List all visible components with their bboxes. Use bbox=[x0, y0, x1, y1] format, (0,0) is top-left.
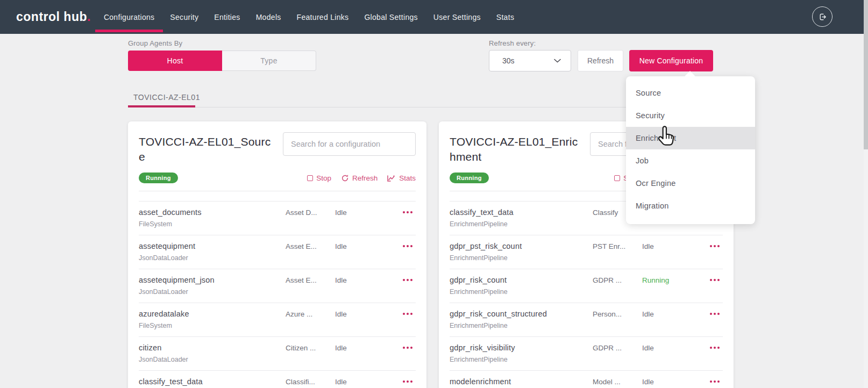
config-type: EnrichmentPipeline bbox=[450, 356, 593, 363]
group-agents-toggle: Host Type bbox=[128, 51, 316, 71]
config-description: Citizen ... bbox=[286, 343, 335, 352]
stop-button[interactable]: Stop bbox=[307, 174, 331, 182]
config-name: assetequipment_json bbox=[139, 276, 286, 284]
config-status: Idle bbox=[642, 343, 697, 352]
config-type: JsonDataLoader bbox=[139, 254, 286, 262]
new-configuration-button[interactable]: New Configuration bbox=[629, 50, 713, 71]
nav-item-user-settings[interactable]: User Settings bbox=[433, 10, 481, 25]
config-row: assetequipment JsonDataLoader Asset E...… bbox=[139, 235, 416, 269]
config-type: FileSystem bbox=[139, 322, 286, 329]
row-menu-button[interactable] bbox=[707, 242, 723, 250]
new-configuration-menu: SourceSecurityEnrichmentJobOcr EngineMig… bbox=[626, 76, 755, 224]
tab-tovicci-az-el01[interactable]: TOVICCI-AZ-EL01 bbox=[133, 93, 200, 102]
menu-item-migration[interactable]: Migration bbox=[626, 195, 755, 217]
config-name: classify_text_data bbox=[450, 208, 593, 217]
config-name-cell: assetequipment_json JsonDataLoader bbox=[139, 276, 286, 296]
row-menu-button[interactable] bbox=[400, 242, 416, 250]
nav-item-models[interactable]: Models bbox=[256, 10, 281, 25]
menu-notch bbox=[685, 71, 695, 82]
menu-item-security[interactable]: Security bbox=[626, 104, 755, 127]
config-row: gdpr_risk_count_structured EnrichmentPip… bbox=[450, 303, 723, 336]
scrollbar-thumb[interactable] bbox=[864, 0, 868, 149]
config-status: Idle bbox=[642, 377, 697, 386]
row-menu-button[interactable] bbox=[707, 343, 723, 352]
logo-text: control hub bbox=[16, 10, 87, 24]
card-header: TOVICCI-AZ-EL01_Source bbox=[139, 132, 416, 164]
config-name-cell: gdpr_pst_risk_count EnrichmentPipeline bbox=[450, 242, 593, 262]
ellipsis-icon bbox=[403, 279, 405, 281]
config-row: gdpr_risk_visibility EnrichmentPipeline … bbox=[450, 336, 723, 370]
nav-item-stats[interactable]: Stats bbox=[496, 10, 514, 25]
config-description: PST Enr... bbox=[593, 242, 642, 250]
config-status: Idle bbox=[335, 242, 390, 250]
status-badge: Running bbox=[139, 173, 178, 183]
nav-item-featured-links[interactable]: Featured Links bbox=[297, 10, 349, 25]
group-by-type-button[interactable]: Type bbox=[222, 51, 316, 71]
stats-icon bbox=[387, 174, 396, 182]
nav-item-label: Stats bbox=[496, 13, 514, 21]
card-source: TOVICCI-AZ-EL01_Source Running Stop Refr… bbox=[128, 121, 426, 388]
scrollbar bbox=[864, 0, 868, 388]
search-input[interactable] bbox=[283, 132, 416, 156]
card-title: TOVICCI-AZ-EL01_Source bbox=[139, 134, 276, 164]
config-description: Asset E... bbox=[286, 276, 335, 284]
stop-label: Stop bbox=[316, 174, 331, 182]
ellipsis-icon bbox=[710, 279, 712, 281]
config-name-cell: gdpr_risk_count_structured EnrichmentPip… bbox=[450, 310, 593, 329]
config-name-cell: gdpr_risk_visibility EnrichmentPipeline bbox=[450, 343, 593, 363]
config-type: EnrichmentPipeline bbox=[450, 322, 593, 329]
refresh-icon bbox=[341, 174, 349, 182]
nav-item-security[interactable]: Security bbox=[170, 10, 198, 25]
config-status: Idle bbox=[642, 310, 697, 318]
group-agents-by-label: Group Agents By bbox=[128, 39, 182, 47]
config-status: Idle bbox=[335, 276, 390, 284]
active-tab-underline bbox=[128, 105, 195, 107]
ellipsis-icon bbox=[403, 211, 405, 213]
config-name-cell: asset_documents FileSystem bbox=[139, 208, 286, 228]
row-menu-button[interactable] bbox=[707, 377, 723, 386]
row-menu-button[interactable] bbox=[400, 343, 416, 352]
ellipsis-icon bbox=[403, 313, 405, 315]
menu-item-source[interactable]: Source bbox=[626, 82, 755, 104]
stats-button[interactable]: Stats bbox=[387, 174, 416, 182]
config-row: citizen JsonDataLoader Citizen ... Idle bbox=[139, 336, 416, 370]
card-actions: Stop Refresh Stats bbox=[307, 174, 416, 182]
menu-item-ocr-engine[interactable]: Ocr Engine bbox=[626, 172, 755, 195]
refresh-button[interactable]: Refresh bbox=[578, 50, 623, 71]
config-description: Azure ... bbox=[286, 310, 335, 318]
config-name-cell: modelenrichment EnrichmentPipeline bbox=[450, 377, 593, 388]
row-menu-button[interactable] bbox=[707, 276, 723, 284]
group-by-host-button[interactable]: Host bbox=[128, 51, 222, 71]
row-menu-button[interactable] bbox=[400, 310, 416, 318]
nav-item-global-settings[interactable]: Global Settings bbox=[364, 10, 417, 25]
config-row: asset_documents FileSystem Asset D... Id… bbox=[139, 201, 416, 235]
config-row: gdpr_pst_risk_count EnrichmentPipeline P… bbox=[450, 235, 723, 269]
config-type: EnrichmentPipeline bbox=[450, 288, 593, 296]
row-menu-button[interactable] bbox=[400, 208, 416, 217]
config-row: modelenrichment EnrichmentPipeline Model… bbox=[450, 370, 723, 388]
logout-button[interactable] bbox=[812, 6, 833, 27]
config-type: FileSystem bbox=[139, 220, 286, 228]
config-status: Running bbox=[642, 276, 697, 284]
refresh-interval-select[interactable]: 30s bbox=[489, 50, 571, 71]
nav-item-label: Configurations bbox=[104, 13, 154, 21]
nav-item-label: Security bbox=[170, 13, 198, 21]
nav-item-entities[interactable]: Entities bbox=[214, 10, 240, 25]
card-title: TOVICCI-AZ-EL01_Enrichment bbox=[450, 134, 584, 164]
nav-item-configurations[interactable]: Configurations bbox=[104, 10, 154, 25]
menu-item-label: Migration bbox=[636, 202, 668, 210]
menu-item-enrichment[interactable]: Enrichment bbox=[626, 127, 755, 149]
row-menu-button[interactable] bbox=[400, 276, 416, 284]
config-row: gdpr_risk_count EnrichmentPipeline GDPR … bbox=[450, 269, 723, 303]
row-menu-button[interactable] bbox=[707, 310, 723, 318]
menu-item-label: Enrichment bbox=[636, 134, 676, 142]
config-name: asset_documents bbox=[139, 208, 286, 217]
menu-item-job[interactable]: Job bbox=[626, 149, 755, 172]
refresh-card-button[interactable]: Refresh bbox=[341, 174, 378, 182]
config-name: classify_test_data bbox=[139, 377, 286, 386]
config-name: modelenrichment bbox=[450, 377, 593, 386]
nav-item-label: User Settings bbox=[433, 13, 481, 21]
config-type: JsonDataLoader bbox=[139, 288, 286, 296]
config-type: JsonDataLoader bbox=[139, 356, 286, 363]
row-menu-button[interactable] bbox=[400, 377, 416, 386]
